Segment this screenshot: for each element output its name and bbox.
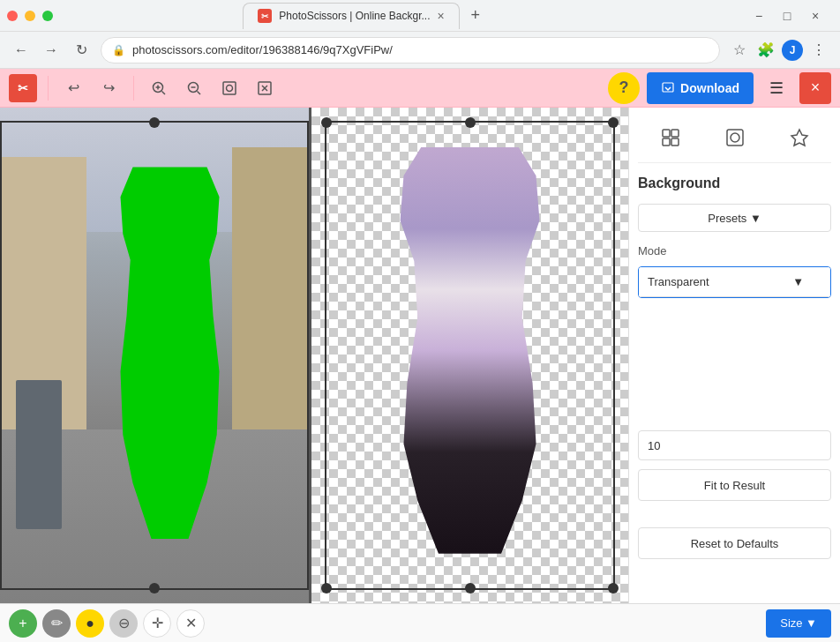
win-min-btn[interactable] <box>25 11 35 21</box>
svg-point-18 <box>731 133 739 142</box>
app-content: ✂ ↩ ↪ ? Download ☰ <box>0 69 840 642</box>
svg-rect-17 <box>727 130 743 146</box>
back-button[interactable]: ← <box>11 40 32 61</box>
browser-frame: ✂ PhotoScissors | Online Backgr... × + −… <box>0 0 840 642</box>
mode-dropdown[interactable]: Transparent ▼ Transparent Solid Color <box>638 266 831 298</box>
blur-input[interactable] <box>638 430 831 460</box>
extensions-icon[interactable]: 🧩 <box>755 40 776 61</box>
dropdown-spacer <box>638 307 831 422</box>
svg-rect-13 <box>663 130 670 137</box>
reload-button[interactable]: ↻ <box>71 40 92 61</box>
remove-button[interactable]: ✕ <box>176 609 205 638</box>
sidebar-tab-background[interactable] <box>717 120 753 155</box>
zoom-fit-button[interactable] <box>215 74 244 102</box>
zoom-out-button[interactable] <box>180 74 208 102</box>
forward-button[interactable]: → <box>41 40 62 61</box>
section-title: Background <box>638 175 831 191</box>
url-bar[interactable]: 🔒 photoscissors.com/editor/196388146/9q7… <box>101 37 720 63</box>
address-bar: ← → ↻ 🔒 photoscissors.com/editor/1963881… <box>0 32 840 69</box>
cyclist <box>16 380 63 529</box>
undo-button[interactable]: ↩ <box>59 74 87 102</box>
restore-button[interactable]: ● <box>76 609 104 638</box>
original-panel <box>0 108 309 603</box>
remove-icon: ✕ <box>185 615 197 631</box>
lock-icon: 🔒 <box>112 44 125 56</box>
sidebar-tab-layers[interactable] <box>653 120 688 155</box>
more-menu-icon[interactable]: ⋮ <box>808 40 829 61</box>
svg-rect-15 <box>663 138 670 146</box>
clear-button[interactable]: ⊖ <box>109 609 138 638</box>
content-area: Background Presets ▼ Mode Transparent ▼ <box>0 108 840 603</box>
erase-button[interactable]: ✏ <box>42 609 71 638</box>
dropdown-item-transparent[interactable]: Transparent <box>639 297 830 298</box>
win-max-btn[interactable] <box>42 11 53 21</box>
app-toolbar: ✂ ↩ ↪ ? Download ☰ <box>0 69 840 108</box>
erase-icon: ✏ <box>51 615 63 631</box>
result-panel <box>311 108 628 603</box>
bookmark-icon[interactable]: ☆ <box>729 40 750 61</box>
win-close-icon[interactable]: × <box>805 5 826 26</box>
toolbar-right: ? Download ☰ × <box>608 72 831 104</box>
dropdown-selected-value: Transparent <box>648 275 709 288</box>
fit-to-result-button[interactable]: Fit to Result <box>638 469 831 501</box>
move-icon: ✛ <box>152 615 163 631</box>
zoom-in-button[interactable] <box>145 74 173 102</box>
toolbar-separator-2 <box>133 76 134 101</box>
svg-rect-14 <box>671 130 679 137</box>
mode-label: Mode <box>638 244 831 258</box>
title-bar: ✂ PhotoScissors | Online Backgr... × + −… <box>0 0 840 32</box>
svg-line-6 <box>198 91 201 94</box>
dropdown-trigger[interactable]: Transparent ▼ <box>639 267 830 297</box>
close-button[interactable]: × <box>799 72 831 104</box>
clear-icon: ⊖ <box>118 615 130 631</box>
canvas-area <box>0 108 628 603</box>
svg-point-8 <box>227 85 233 91</box>
sidebar-tabs <box>638 116 831 163</box>
sidebar-tab-favorites[interactable] <box>782 120 817 155</box>
win-close-btn[interactable] <box>7 11 18 21</box>
redo-button[interactable]: ↪ <box>94 74 123 102</box>
new-tab-btn[interactable]: + <box>463 4 488 28</box>
zoom-reset-button[interactable] <box>251 74 279 102</box>
help-button[interactable]: ? <box>608 72 640 104</box>
svg-rect-7 <box>223 82 236 94</box>
window-controls <box>7 11 53 21</box>
app-logo: ✂ <box>9 74 37 102</box>
toolbar-separator <box>48 76 49 101</box>
active-tab[interactable]: ✂ PhotoScissors | Online Backgr... × <box>243 3 459 29</box>
url-text: photoscissors.com/editor/196388146/9q7Xg… <box>132 43 393 56</box>
bottom-toolbar: + ✏ ● ⊖ ✛ ✕ Size ▼ <box>0 603 840 642</box>
add-icon: + <box>19 616 26 631</box>
sidebar: Background Presets ▼ Mode Transparent ▼ <box>628 108 840 603</box>
size-button[interactable]: Size ▼ <box>766 609 831 638</box>
presets-button[interactable]: Presets ▼ <box>638 204 831 232</box>
add-foreground-button[interactable]: + <box>9 609 37 638</box>
spacer <box>638 510 831 519</box>
tab-title: PhotoScissors | Online Backgr... <box>279 10 430 22</box>
dropdown-arrow-icon: ▼ <box>792 275 804 288</box>
original-image <box>0 108 309 603</box>
restore-icon: ● <box>86 616 94 631</box>
svg-rect-16 <box>671 138 679 146</box>
svg-line-3 <box>162 91 166 94</box>
win-minimize-icon[interactable]: − <box>748 5 769 26</box>
dropdown-list: Transparent Solid Color Image Original <box>638 297 831 298</box>
download-button[interactable]: Download <box>647 72 754 104</box>
download-label: Download <box>680 81 739 95</box>
menu-button[interactable]: ☰ <box>761 72 792 104</box>
tab-favicon: ✂ <box>258 9 272 23</box>
move-button[interactable]: ✛ <box>143 609 171 638</box>
reset-to-defaults-button[interactable]: Reset to Defaults <box>638 527 831 559</box>
user-avatar[interactable]: J <box>782 40 803 61</box>
svg-marker-19 <box>791 130 807 146</box>
tab-close-btn[interactable]: × <box>438 9 445 23</box>
win-maximize-icon[interactable]: □ <box>776 5 798 26</box>
address-bar-actions: ☆ 🧩 J ⋮ <box>729 40 829 61</box>
